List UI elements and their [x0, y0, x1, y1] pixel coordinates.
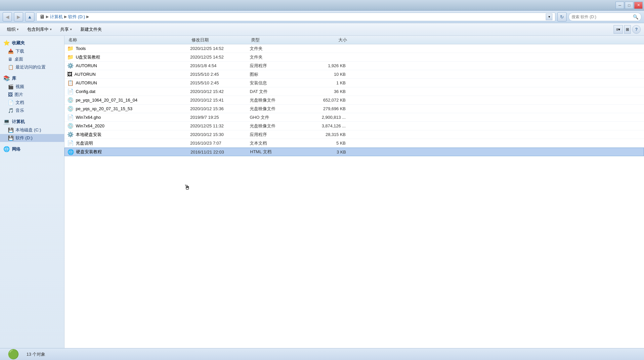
- favorites-icon: ⭐: [3, 40, 10, 46]
- file-name-cell: 📁 U盘安装教程: [64, 54, 190, 60]
- breadcrumb-drive-d[interactable]: 软件 (D:): [68, 14, 85, 20]
- col-header-type[interactable]: 类型: [251, 37, 304, 43]
- share-arrow: ▾: [70, 27, 72, 31]
- sidebar-item-video[interactable]: 🎬 视频: [0, 83, 64, 91]
- close-button[interactable]: ✕: [634, 2, 643, 9]
- table-row[interactable]: ⚙️ 本地硬盘安装 2020/10/12 15:30 应用程序 28,315 K…: [64, 130, 644, 139]
- file-date-cell: 2015/5/10 2:45: [190, 80, 250, 85]
- table-row[interactable]: 💿 pe_yqs_xp_20_07_31_15_53 2020/10/12 15…: [64, 105, 644, 113]
- computer-label: 计算机: [12, 119, 25, 125]
- file-name-cell: 📄 Config.dat: [64, 88, 190, 95]
- breadcrumb-computer[interactable]: 计算机: [50, 14, 63, 20]
- table-row[interactable]: ⚙️ AUTORUN 2016/1/8 4:54 应用程序 1,926 KB: [64, 62, 644, 70]
- share-button[interactable]: 共享 ▾: [57, 25, 75, 34]
- file-list-area: 名称 修改日期 类型 大小 📁 Tools 2020/12/25 14:52 文…: [64, 36, 644, 348]
- video-icon: 🎬: [8, 84, 14, 89]
- maximize-button[interactable]: □: [625, 2, 633, 9]
- network-label: 网络: [12, 146, 21, 152]
- file-icon: 📄: [67, 88, 74, 95]
- music-icon: 🎵: [8, 108, 14, 113]
- address-bar: ◀ ▶ ▲ 🖥 ▶ 计算机 ▶ 软件 (D:) ▶ ▾ ↻ 🔍: [0, 11, 644, 23]
- col-header-name[interactable]: 名称: [66, 37, 192, 43]
- sidebar-header-favorites[interactable]: ⭐ 收藏夹: [0, 38, 64, 47]
- file-size-cell: 36 KB: [303, 89, 352, 94]
- status-icon: 🟢: [5, 349, 21, 360]
- breadcrumb: 🖥 ▶ 计算机 ▶ 软件 (D:) ▶ ▾: [36, 13, 555, 21]
- file-size-cell: 3,874,126 ...: [303, 123, 352, 128]
- sidebar-section-network: 🌐 网络: [0, 145, 64, 154]
- sidebar-item-drive-d[interactable]: 💾 软件 (D:): [0, 134, 64, 142]
- file-name-cell: 💿 Win7x64_2020: [64, 123, 190, 129]
- images-label: 图片: [15, 92, 23, 98]
- search-box[interactable]: 🔍: [569, 13, 641, 21]
- refresh-button[interactable]: ↻: [557, 12, 567, 22]
- up-button[interactable]: ▲: [25, 12, 34, 22]
- downloads-label: 下载: [16, 48, 24, 54]
- sidebar-item-images[interactable]: 🖼 图片: [0, 91, 64, 99]
- sidebar-item-downloads[interactable]: 📥 下载: [0, 47, 64, 55]
- sidebar-item-recent[interactable]: 📋 最近访问的位置: [0, 63, 64, 71]
- col-header-date[interactable]: 修改日期: [192, 37, 251, 43]
- file-size-cell: 1 KB: [303, 80, 352, 85]
- file-type-cell: HTML 文档: [250, 149, 303, 155]
- file-icon: 📄: [67, 114, 74, 120]
- file-type-cell: 光盘映像文件: [250, 97, 303, 103]
- file-type-cell: 应用程序: [250, 132, 303, 138]
- include-library-button[interactable]: 包含到库中 ▾: [23, 25, 55, 34]
- forward-button[interactable]: ▶: [14, 12, 23, 22]
- table-row[interactable]: 💿 Win7x64_2020 2020/12/25 11:32 光盘映像文件 3…: [64, 122, 644, 130]
- new-folder-button[interactable]: 新建文件夹: [77, 25, 106, 34]
- table-row[interactable]: 📁 Tools 2020/12/25 14:52 文件夹: [64, 44, 644, 53]
- file-type-cell: 文件夹: [250, 46, 303, 52]
- table-row[interactable]: 📋 AUTORUN 2015/5/10 2:45 安装信息 1 KB: [64, 79, 644, 87]
- table-row[interactable]: 🖼 AUTORUN 2015/5/10 2:45 图标 10 KB: [64, 70, 644, 79]
- minimize-button[interactable]: ─: [616, 2, 624, 9]
- help-button[interactable]: ?: [632, 25, 641, 34]
- file-date-cell: 2020/12/25 14:52: [190, 46, 250, 51]
- file-type-cell: 图标: [250, 71, 303, 77]
- breadcrumb-sep-1: ▶: [46, 15, 49, 19]
- file-icon: 📋: [67, 80, 74, 86]
- table-row[interactable]: 📁 U盘安装教程 2020/12/25 14:52 文件夹: [64, 53, 644, 62]
- sidebar-item-desktop[interactable]: 🖥 桌面: [0, 55, 64, 63]
- sidebar-header-library[interactable]: 📚 库: [0, 74, 64, 83]
- table-row[interactable]: 🌐 硬盘安装教程 2016/11/21 22:03 HTML 文档 3 KB: [64, 148, 644, 156]
- search-icon[interactable]: 🔍: [633, 14, 638, 20]
- table-row[interactable]: 💿 pe_yqs_1064_20_07_31_16_04 2020/10/12 …: [64, 96, 644, 105]
- recent-icon: 📋: [8, 65, 14, 70]
- view-toggle-button[interactable]: ⊞: [624, 25, 631, 34]
- back-button[interactable]: ◀: [3, 12, 12, 22]
- sidebar-item-docs[interactable]: 📄 文档: [0, 99, 64, 107]
- window-controls: ─ □ ✕: [616, 2, 643, 9]
- col-header-size[interactable]: 大小: [304, 37, 354, 43]
- status-text: 13 个对象: [26, 351, 45, 357]
- file-name-text: 硬盘安装教程: [76, 149, 102, 155]
- desktop-label: 桌面: [15, 56, 23, 62]
- breadcrumb-sep-3: ▶: [86, 15, 89, 19]
- file-date-cell: 2020/10/12 15:41: [190, 98, 250, 103]
- organize-button[interactable]: 组织 ▾: [3, 25, 22, 34]
- file-size-cell: 3 KB: [303, 150, 353, 155]
- file-name-text: 光盘说明: [76, 140, 93, 146]
- sidebar-header-network[interactable]: 🌐 网络: [0, 145, 64, 154]
- file-date-cell: 2016/11/21 22:03: [191, 150, 250, 155]
- library-icon: 📚: [3, 75, 10, 81]
- search-input[interactable]: [572, 15, 631, 19]
- table-row[interactable]: 📄 Config.dat 2020/10/12 15:42 DAT 文件 36 …: [64, 87, 644, 96]
- table-row[interactable]: 📄 光盘说明 2016/10/23 7:07 文本文档 5 KB: [64, 139, 644, 148]
- new-folder-label: 新建文件夹: [80, 26, 102, 32]
- sidebar-item-drive-c[interactable]: 💾 本地磁盘 (C:): [0, 126, 64, 134]
- sidebar-item-music[interactable]: 🎵 音乐: [0, 107, 64, 114]
- file-icon: 💿: [67, 106, 74, 112]
- file-name-cell: 💿 pe_yqs_xp_20_07_31_15_53: [64, 106, 190, 112]
- file-type-cell: 安装信息: [250, 80, 303, 86]
- breadcrumb-dropdown[interactable]: ▾: [546, 14, 552, 20]
- file-size-cell: 10 KB: [303, 72, 352, 77]
- sidebar-section-library: 📚 库 🎬 视频 🖼 图片 📄 文档 🎵 音乐: [0, 74, 64, 114]
- view-options-button[interactable]: ≡▾: [614, 25, 623, 34]
- title-bar: ─ □ ✕: [0, 0, 644, 11]
- sidebar-header-computer[interactable]: 💻 计算机: [0, 117, 64, 126]
- drive-c-icon: 💾: [8, 127, 14, 133]
- table-row[interactable]: 📄 Win7x64.gho 2019/9/7 19:25 GHO 文件 2,90…: [64, 113, 644, 122]
- file-name-text: U盘安装教程: [76, 54, 100, 60]
